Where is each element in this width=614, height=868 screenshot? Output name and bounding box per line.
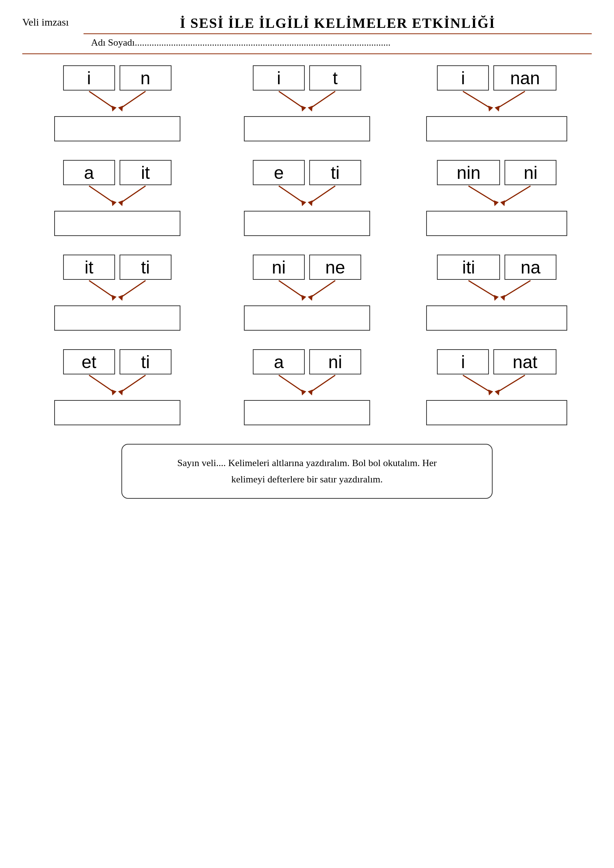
svg-line-40 — [279, 375, 303, 392]
footer-note: Sayın veli.... Kelimeleri altlarına yazd… — [121, 444, 493, 499]
arrow-container — [419, 374, 575, 398]
result-box — [54, 305, 180, 331]
syllable-box-0: et — [63, 349, 115, 374]
result-box — [244, 305, 370, 331]
svg-line-2 — [121, 91, 146, 108]
syllable-box-0: e — [253, 160, 305, 185]
syllable-boxes: in — [63, 65, 172, 91]
syllable-boxes: etti — [63, 349, 172, 374]
result-box — [54, 211, 180, 236]
svg-line-24 — [89, 281, 113, 297]
arrows-svg — [426, 374, 567, 398]
syllable-boxes: eti — [253, 160, 361, 185]
arrow-container — [39, 374, 195, 398]
syllable-box-0: iti — [437, 254, 500, 280]
svg-line-28 — [279, 281, 303, 297]
syllable-box-1: ti — [119, 254, 172, 280]
svg-line-22 — [503, 186, 531, 203]
result-box — [426, 211, 567, 236]
adi-soyadi: Adı Soyadı..............................… — [84, 37, 592, 48]
arrows-svg — [426, 280, 567, 304]
exercise-group-0-0: in — [39, 65, 195, 141]
arrows-svg — [242, 91, 372, 115]
exercise-group-1-0: ait — [39, 160, 195, 236]
main-title: İ SESİ İLE İLGİLİ KELİMELER ETKİNLİĞİ — [84, 15, 592, 34]
svg-line-14 — [121, 186, 146, 203]
svg-line-30 — [311, 281, 335, 297]
syllable-box-1: nan — [493, 65, 557, 91]
result-box — [426, 116, 567, 141]
syllable-box-1: ni — [309, 349, 361, 374]
footer-line1: Sayın veli.... Kelimeleri altlarına yazd… — [144, 455, 470, 471]
exercise-group-0-2: inan — [419, 65, 575, 141]
svg-line-0 — [89, 91, 113, 108]
arrow-container — [229, 91, 385, 115]
svg-line-4 — [279, 91, 303, 108]
syllable-box-0: it — [63, 254, 115, 280]
arrow-container — [419, 280, 575, 304]
exercise-group-3-0: etti — [39, 349, 195, 425]
result-box — [244, 116, 370, 141]
separator-line — [22, 53, 592, 54]
svg-line-42 — [311, 375, 335, 392]
result-box — [244, 400, 370, 425]
syllable-boxes: inan — [437, 65, 557, 91]
result-box — [244, 211, 370, 236]
result-box — [426, 400, 567, 425]
arrow-container — [419, 185, 575, 209]
syllable-box-1: ne — [309, 254, 361, 280]
footer-line2: kelimeyi defterlere bir satır yazdıralım… — [144, 471, 470, 488]
syllable-box-1: na — [504, 254, 557, 280]
arrow-container — [39, 91, 195, 115]
syllable-box-0: a — [253, 349, 305, 374]
syllable-box-1: n — [119, 65, 172, 91]
arrows-svg — [426, 185, 567, 209]
syllable-boxes: it — [253, 65, 361, 91]
arrows-svg — [52, 374, 183, 398]
arrow-container — [229, 280, 385, 304]
svg-line-34 — [503, 281, 531, 297]
syllable-box-0: i — [253, 65, 305, 91]
syllable-box-0: i — [437, 65, 489, 91]
syllable-boxes: ait — [63, 160, 172, 185]
svg-line-6 — [311, 91, 335, 108]
svg-line-10 — [498, 91, 525, 108]
arrows-svg — [52, 280, 183, 304]
syllable-box-1: nat — [493, 349, 557, 374]
arrow-container — [229, 374, 385, 398]
syllable-box-1: ti — [119, 349, 172, 374]
arrow-container — [419, 91, 575, 115]
veli-label: Veli imzası — [22, 16, 69, 28]
arrows-svg — [52, 91, 183, 115]
syllable-box-0: i — [437, 349, 489, 374]
exercise-row-2: ittinineitina — [22, 254, 592, 331]
syllable-boxes: ani — [253, 349, 361, 374]
result-box — [54, 400, 180, 425]
arrow-container — [229, 185, 385, 209]
svg-line-46 — [498, 375, 525, 392]
exercise-group-1-1: eti — [229, 160, 385, 236]
syllable-box-0: ni — [253, 254, 305, 280]
svg-line-36 — [89, 375, 113, 392]
exercise-group-1-2: ninni — [419, 160, 575, 236]
arrows-svg — [242, 280, 372, 304]
syllable-box-0: i — [63, 65, 115, 91]
syllable-boxes: itti — [63, 254, 172, 280]
svg-line-16 — [279, 186, 303, 203]
exercise-group-2-0: itti — [39, 254, 195, 331]
exercise-group-0-1: it — [229, 65, 385, 141]
exercise-group-3-1: ani — [229, 349, 385, 425]
syllable-boxes: ninni — [437, 160, 557, 185]
result-box — [426, 305, 567, 331]
syllable-box-1: it — [119, 160, 172, 185]
arrows-svg — [242, 374, 372, 398]
syllable-box-1: t — [309, 65, 361, 91]
syllable-box-1: ni — [504, 160, 557, 185]
exercise-row-0: initinan — [22, 65, 592, 141]
arrows-svg — [52, 185, 183, 209]
svg-line-38 — [121, 375, 146, 392]
result-box — [54, 116, 180, 141]
svg-line-26 — [121, 281, 146, 297]
arrow-container — [39, 280, 195, 304]
svg-line-8 — [463, 91, 490, 108]
